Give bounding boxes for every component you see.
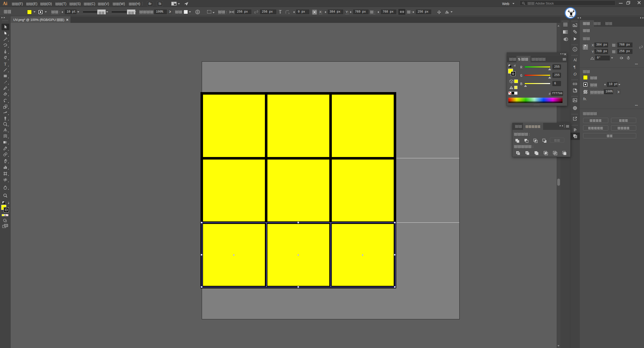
svg-text:T: T [4,62,7,66]
svg-text:¶: ¶ [574,65,576,69]
svg-text:A: A [573,58,576,62]
svg-text:O: O [574,72,577,76]
